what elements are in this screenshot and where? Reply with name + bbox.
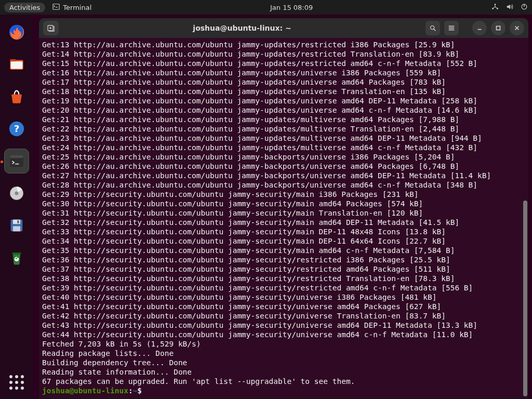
svg-rect-18 (13, 220, 20, 224)
search-button[interactable] (425, 21, 440, 35)
dock-app-help[interactable]: ? (4, 116, 29, 141)
scrollbar-thumb[interactable] (523, 201, 527, 396)
dock-app-firefox[interactable] (4, 20, 29, 45)
svg-rect-19 (13, 226, 20, 231)
svg-rect-21 (12, 252, 21, 255)
window-titlebar[interactable]: joshua@ubuntu-linux: ~ (39, 18, 528, 38)
new-tab-button[interactable] (43, 21, 59, 35)
app-menu[interactable]: Terminal (52, 3, 91, 12)
minimize-button[interactable] (472, 21, 487, 35)
svg-rect-9 (11, 61, 23, 69)
volume-icon[interactable] (506, 3, 513, 12)
window-title: joshua@ubuntu-linux: ~ (63, 24, 421, 32)
svg-rect-13 (10, 155, 23, 158)
svg-line-25 (434, 29, 436, 31)
maximize-button[interactable] (491, 21, 506, 35)
show-applications-button[interactable] (7, 373, 26, 392)
svg-text:?: ? (14, 123, 20, 134)
svg-rect-26 (449, 26, 455, 27)
app-menu-label: Terminal (63, 4, 91, 11)
hamburger-menu-button[interactable] (444, 21, 459, 35)
terminal-scrollbar[interactable] (523, 40, 527, 396)
network-icon[interactable] (491, 3, 499, 12)
svg-point-22 (15, 257, 19, 262)
activities-button[interactable]: Activities (4, 3, 45, 12)
terminal-window: joshua@ubuntu-linux: ~ Get:13 http://au.… (38, 18, 529, 399)
dock-app-disks[interactable] (4, 181, 29, 206)
clock[interactable]: Jan 15 08:09 (91, 4, 491, 11)
close-button[interactable] (510, 21, 524, 35)
dock-app-terminal[interactable] (4, 149, 29, 174)
dock-app-files[interactable] (4, 52, 29, 77)
gnome-topbar: Activities Terminal Jan 15 08:09 (0, 0, 532, 15)
svg-point-24 (431, 26, 434, 30)
dock-app-software[interactable] (4, 84, 29, 109)
svg-rect-20 (17, 220, 19, 223)
terminal-icon (52, 3, 60, 12)
power-icon[interactable] (521, 3, 528, 12)
dock-app-trash[interactable] (4, 245, 29, 270)
dock: ? (0, 15, 33, 399)
svg-rect-28 (449, 30, 455, 31)
svg-rect-27 (449, 28, 455, 29)
dock-app-save[interactable] (4, 213, 29, 238)
svg-rect-30 (497, 26, 500, 30)
terminal-output[interactable]: Get:13 http://au.archive.ubuntu.com/ubun… (39, 38, 523, 398)
